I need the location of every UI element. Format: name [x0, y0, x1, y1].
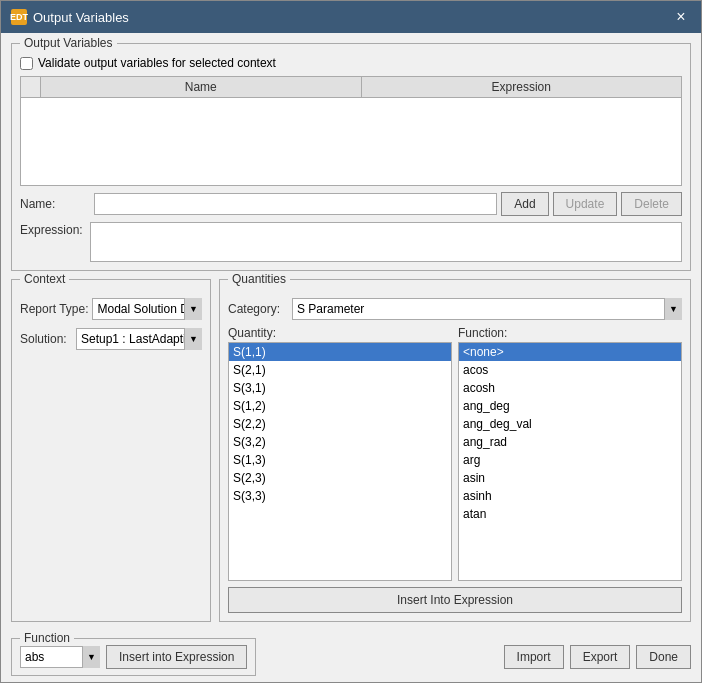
function-group-label: Function	[20, 631, 74, 645]
function-list-item[interactable]: ang_rad	[459, 433, 681, 451]
function-col: Function: <none>acosacoshang_degang_deg_…	[458, 326, 682, 581]
table-col-expression: Expression	[362, 77, 682, 97]
quantity-list-item[interactable]: S(2,2)	[229, 415, 451, 433]
quantity-label: Quantity:	[228, 326, 452, 340]
quantities-group-label: Quantities	[228, 272, 290, 286]
function-list-item[interactable]: atan	[459, 505, 681, 523]
variables-table: Name Expression	[20, 76, 682, 186]
insert-btn-row: Insert Into Expression	[228, 587, 682, 613]
update-button[interactable]: Update	[553, 192, 618, 216]
category-row: Category: S Parameter ▼	[228, 298, 682, 320]
expression-row: Expression:	[20, 220, 682, 262]
done-button[interactable]: Done	[636, 645, 691, 669]
quantity-list-item[interactable]: S(1,2)	[229, 397, 451, 415]
quantity-list-item[interactable]: S(2,1)	[229, 361, 451, 379]
quantities-group: Quantities Category: S Parameter ▼ Quant…	[219, 279, 691, 622]
function-select[interactable]: absacosacoshang_deg	[20, 646, 100, 668]
report-type-label: Report Type:	[20, 302, 88, 316]
output-variables-group-label: Output Variables	[20, 36, 117, 50]
function-group: Function absacosacoshang_deg ▼ Insert in…	[11, 638, 256, 676]
main-content: Output Variables Validate output variabl…	[1, 33, 701, 632]
category-select[interactable]: S Parameter	[292, 298, 682, 320]
import-button[interactable]: Import	[504, 645, 564, 669]
function-select-wrapper: absacosacoshang_deg ▼	[20, 646, 100, 668]
quantity-list-item[interactable]: S(1,3)	[229, 451, 451, 469]
function-list-item[interactable]: asin	[459, 469, 681, 487]
function-list-item[interactable]: ang_deg	[459, 397, 681, 415]
function-list[interactable]: <none>acosacoshang_degang_deg_valang_rad…	[458, 342, 682, 581]
name-row: Name: Add Update Delete	[20, 192, 682, 216]
bottom-panels: Context Report Type: Modal Solution Data…	[11, 279, 691, 622]
validate-checkbox[interactable]	[20, 57, 33, 70]
validate-checkbox-label: Validate output variables for selected c…	[38, 56, 276, 70]
category-label: Category:	[228, 302, 288, 316]
insert-into-expression-footer-button[interactable]: Insert into Expression	[106, 645, 247, 669]
function-list-item[interactable]: acos	[459, 361, 681, 379]
table-header: Name Expression	[21, 77, 681, 98]
context-group: Context Report Type: Modal Solution Data…	[11, 279, 211, 622]
quantities-inner: Category: S Parameter ▼ Quantity: S(1,1)…	[228, 288, 682, 613]
report-type-select[interactable]: Modal Solution Data	[92, 298, 202, 320]
name-label: Name:	[20, 197, 90, 211]
context-group-label: Context	[20, 272, 69, 286]
solution-select-wrapper: Setup1 : LastAdaptive ▼	[76, 328, 202, 350]
quantity-list[interactable]: S(1,1)S(2,1)S(3,1)S(1,2)S(2,2)S(3,2)S(1,…	[228, 342, 452, 581]
footer: Function absacosacoshang_deg ▼ Insert in…	[1, 632, 701, 682]
quantity-list-item[interactable]: S(3,3)	[229, 487, 451, 505]
solution-select[interactable]: Setup1 : LastAdaptive	[76, 328, 202, 350]
lists-row: Quantity: S(1,1)S(2,1)S(3,1)S(1,2)S(2,2)…	[228, 326, 682, 581]
add-button[interactable]: Add	[501, 192, 548, 216]
context-inner: Report Type: Modal Solution Data ▼ Solut…	[20, 288, 202, 358]
titlebar-left: EDT Output Variables	[11, 9, 129, 25]
export-button[interactable]: Export	[570, 645, 631, 669]
validate-checkbox-row: Validate output variables for selected c…	[20, 56, 682, 70]
app-icon: EDT	[11, 9, 27, 25]
delete-button[interactable]: Delete	[621, 192, 682, 216]
output-variables-group: Output Variables Validate output variabl…	[11, 43, 691, 271]
name-input[interactable]	[94, 193, 497, 215]
quantity-list-item[interactable]: S(2,3)	[229, 469, 451, 487]
function-list-item[interactable]: ang_deg_val	[459, 415, 681, 433]
report-type-select-wrapper: Modal Solution Data ▼	[92, 298, 202, 320]
table-col-name: Name	[41, 77, 362, 97]
quantity-list-item[interactable]: S(3,1)	[229, 379, 451, 397]
solution-row: Solution: Setup1 : LastAdaptive ▼	[20, 328, 202, 350]
expression-label: Expression:	[20, 220, 90, 237]
window-title: Output Variables	[33, 10, 129, 25]
titlebar: EDT Output Variables ×	[1, 1, 701, 33]
function-list-label: Function:	[458, 326, 682, 340]
quantity-col: Quantity: S(1,1)S(2,1)S(3,1)S(1,2)S(2,2)…	[228, 326, 452, 581]
expression-input[interactable]	[90, 222, 682, 262]
report-type-row: Report Type: Modal Solution Data ▼	[20, 298, 202, 320]
function-list-item[interactable]: asinh	[459, 487, 681, 505]
table-row-marker	[21, 77, 41, 97]
insert-into-expression-button[interactable]: Insert Into Expression	[228, 587, 682, 613]
solution-label: Solution:	[20, 332, 72, 346]
table-body	[21, 98, 681, 178]
output-variables-window: EDT Output Variables × Output Variables …	[0, 0, 702, 683]
quantity-list-item[interactable]: S(3,2)	[229, 433, 451, 451]
function-list-item[interactable]: arg	[459, 451, 681, 469]
function-list-item[interactable]: acosh	[459, 379, 681, 397]
quantity-list-item[interactable]: S(1,1)	[229, 343, 451, 361]
close-button[interactable]: ×	[671, 7, 691, 27]
category-select-wrapper: S Parameter ▼	[292, 298, 682, 320]
footer-right: Import Export Done	[504, 645, 691, 669]
function-list-item[interactable]: <none>	[459, 343, 681, 361]
